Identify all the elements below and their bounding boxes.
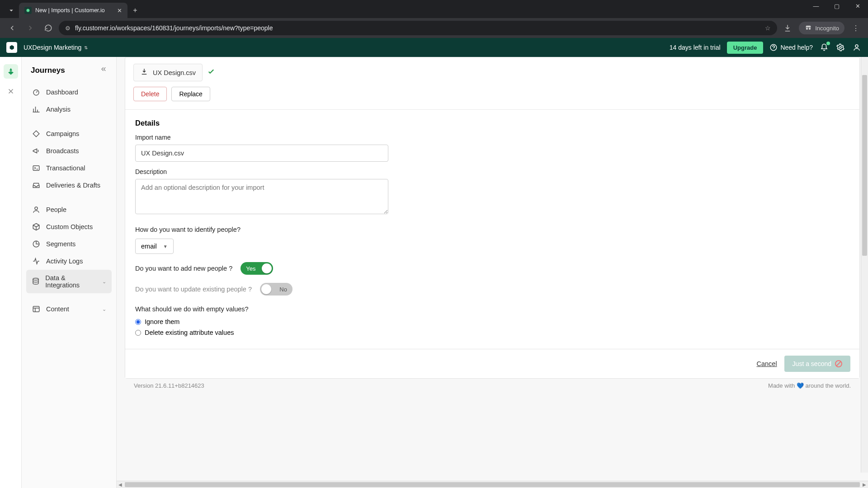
notifications-icon[interactable] — [819, 42, 829, 52]
svg-point-0 — [806, 28, 808, 30]
file-chip: UX Design.csv — [133, 64, 203, 81]
identify-select[interactable]: email ▼ — [135, 239, 174, 254]
sidebar-item-broadcasts[interactable]: Broadcasts — [26, 142, 112, 160]
collapse-sidebar-icon[interactable] — [99, 65, 107, 75]
database-icon — [32, 277, 40, 286]
sidebar: Journeys Dashboard Analysis Campaigns Br… — [22, 57, 117, 488]
browser-menu-icon[interactable]: ⋮ — [848, 20, 863, 36]
radio-delete-input[interactable] — [135, 330, 141, 336]
cancel-button[interactable]: Cancel — [756, 360, 777, 367]
close-window-button[interactable]: ✕ — [847, 3, 868, 9]
profile-icon[interactable] — [852, 42, 862, 52]
details-section: Details Import name Description How do y… — [125, 109, 859, 349]
chevron-updown-icon: ⇅ — [84, 45, 88, 50]
tag-icon — [32, 130, 41, 138]
upgrade-button[interactable]: Upgrade — [727, 42, 764, 54]
rail-journeys[interactable] — [4, 64, 18, 79]
file-download-icon — [140, 68, 148, 77]
tab-search-dropdown[interactable] — [4, 3, 19, 18]
sidebar-item-people[interactable]: People — [26, 201, 112, 218]
form-footer: Cancel Just a second — [125, 349, 859, 378]
svg-point-3 — [840, 47, 842, 49]
radio-ignore-input[interactable] — [135, 319, 141, 325]
empty-values-question: What should we do with empty values? — [135, 305, 849, 313]
update-people-toggle[interactable]: No — [260, 283, 292, 296]
delete-button[interactable]: Delete — [133, 87, 167, 101]
product-rail — [0, 57, 22, 488]
description-input[interactable] — [135, 179, 388, 214]
update-people-label: Do you want to update existing people ? — [135, 286, 252, 293]
check-icon — [207, 67, 215, 78]
downloads-icon[interactable] — [780, 20, 795, 36]
svg-point-2 — [771, 44, 777, 51]
cube-icon — [32, 223, 41, 231]
sidebar-item-content[interactable]: Content ⌄ — [26, 300, 112, 318]
new-tab-button[interactable]: + — [127, 3, 143, 18]
sidebar-item-activity-logs[interactable]: Activity Logs — [26, 253, 112, 270]
app-header: ⬢ UXDesign Marketing ⇅ 14 days left in t… — [0, 38, 868, 57]
sidebar-item-analysis[interactable]: Analysis — [26, 101, 112, 118]
description-label: Description — [135, 168, 849, 175]
trial-text: 14 days left in trial — [670, 44, 721, 51]
rail-other[interactable] — [4, 84, 18, 99]
reload-button[interactable] — [41, 20, 56, 36]
svg-rect-6 — [33, 166, 39, 171]
main-content: UX Design.csv Delete Replace Details Imp… — [117, 57, 868, 488]
scroll-right-arrow[interactable]: ▶ — [861, 482, 868, 487]
made-with-text: Made with 💙 around the world. — [768, 382, 851, 389]
app-logo-icon[interactable]: ⬢ — [6, 42, 17, 53]
megaphone-icon — [32, 147, 41, 155]
help-button[interactable]: Need help? — [769, 42, 813, 52]
bookmark-icon[interactable]: ☆ — [765, 24, 771, 32]
sidebar-item-transactional[interactable]: Transactional — [26, 160, 112, 177]
svg-point-7 — [35, 207, 38, 210]
page-footer: Version 21.6.11+b8214623 Made with 💙 aro… — [125, 379, 860, 391]
window-controls: — ▢ ✕ — [806, 0, 868, 18]
site-info-icon[interactable]: ⚙ — [65, 25, 71, 32]
gauge-icon — [32, 88, 41, 96]
radio-ignore[interactable]: Ignore them — [135, 318, 849, 325]
minimize-button[interactable]: — — [806, 3, 826, 9]
back-button[interactable] — [5, 20, 20, 36]
replace-button[interactable]: Replace — [171, 87, 210, 101]
incognito-badge[interactable]: Incognito — [799, 22, 844, 34]
tab-title: New | Imports | Customer.io — [35, 7, 105, 14]
vertical-scrollbar[interactable] — [861, 57, 868, 473]
people-icon — [32, 206, 41, 214]
forward-button[interactable] — [23, 20, 38, 36]
svg-rect-10 — [33, 306, 39, 312]
hscroll-thumb[interactable] — [125, 482, 860, 487]
maximize-button[interactable]: ▢ — [826, 3, 847, 9]
svg-point-1 — [809, 28, 811, 30]
import-name-input[interactable] — [135, 145, 388, 162]
tab-close-icon[interactable]: ✕ — [117, 7, 122, 14]
add-people-toggle[interactable]: Yes — [241, 262, 273, 275]
add-people-label: Do you want to add new people ? — [135, 265, 232, 272]
file-name: UX Design.csv — [153, 69, 196, 76]
caret-down-icon: ▼ — [163, 244, 168, 249]
favicon-icon: ⬢ — [24, 7, 32, 14]
version-text: Version 21.6.11+b8214623 — [134, 382, 204, 389]
vscroll-thumb[interactable] — [862, 75, 867, 256]
import-name-label: Import name — [135, 134, 849, 141]
url-text: fly.customer.io/workspaces/160831/journe… — [75, 24, 273, 32]
next-button-disabled: Just a second — [784, 356, 850, 372]
sidebar-item-campaigns[interactable]: Campaigns — [26, 125, 112, 142]
browser-tab[interactable]: ⬢ New | Imports | Customer.io ✕ — [19, 3, 127, 18]
identify-question: How do you want to identify people? — [135, 226, 849, 233]
settings-icon[interactable] — [835, 42, 845, 52]
radio-delete-values[interactable]: Delete existing attribute values — [135, 329, 849, 336]
activity-icon — [32, 257, 41, 265]
sidebar-item-dashboard[interactable]: Dashboard — [26, 84, 112, 101]
sidebar-item-segments[interactable]: Segments — [26, 235, 112, 253]
sidebar-item-data-integrations[interactable]: Data & Integrations ⌄ — [26, 270, 112, 293]
sidebar-item-deliveries[interactable]: Deliveries & Drafts — [26, 177, 112, 194]
scroll-left-arrow[interactable]: ◀ — [117, 482, 124, 487]
browser-tabstrip: ⬢ New | Imports | Customer.io ✕ + — ▢ ✕ — [0, 0, 868, 18]
address-bar[interactable]: ⚙ fly.customer.io/workspaces/160831/jour… — [59, 21, 777, 35]
workspace-switcher[interactable]: UXDesign Marketing ⇅ — [24, 44, 88, 51]
horizontal-scrollbar[interactable]: ◀ ▶ — [117, 481, 868, 488]
sidebar-item-custom-objects[interactable]: Custom Objects — [26, 218, 112, 235]
browser-toolbar: ⚙ fly.customer.io/workspaces/160831/jour… — [0, 18, 868, 38]
segment-icon — [32, 240, 41, 248]
